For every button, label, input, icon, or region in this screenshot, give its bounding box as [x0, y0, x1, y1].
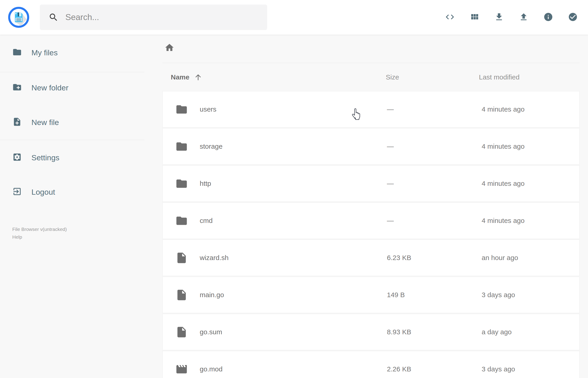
file-size: 2.26 KB — [386, 365, 479, 373]
file-size: 149 B — [386, 291, 479, 299]
sidebar-item-label: New file — [31, 118, 59, 127]
file-icon — [175, 252, 188, 264]
sidebar: My files New folder New file Settings — [0, 35, 144, 378]
file-name: cmd — [200, 217, 213, 225]
home-icon — [164, 49, 174, 53]
sidebar-item-my-files[interactable]: My files — [0, 43, 144, 62]
help-link[interactable]: Help — [12, 233, 22, 241]
file-size: — — [386, 217, 479, 225]
file-row-go-sum[interactable]: go.sum 8.93 KB a day ago — [162, 314, 580, 350]
download-button[interactable] — [490, 5, 508, 30]
folder-icon — [175, 215, 188, 227]
settings-icon — [12, 152, 22, 163]
file-name: http — [200, 180, 211, 188]
sidebar-item-logout[interactable]: Logout — [0, 183, 144, 201]
file-modified: a day ago — [479, 328, 579, 336]
sort-by-name-header[interactable]: Name — [162, 73, 386, 81]
sidebar-item-new-folder[interactable]: New folder — [0, 79, 144, 97]
folder-icon — [175, 103, 188, 116]
file-size: 8.93 KB — [386, 328, 479, 336]
folder-icon — [12, 47, 22, 58]
file-modified: 4 minutes ago — [479, 217, 579, 225]
logout-icon — [12, 187, 22, 197]
file-name: storage — [200, 143, 223, 150]
file-row-storage[interactable]: storage — 4 minutes ago — [162, 128, 580, 165]
movie-icon — [175, 363, 188, 376]
file-name: wizard.sh — [200, 254, 229, 262]
file-row-go-mod[interactable]: go.mod 2.26 KB 3 days ago — [162, 351, 580, 378]
search-box[interactable] — [40, 5, 267, 30]
file-size: — — [386, 143, 479, 150]
top-bar — [0, 0, 588, 35]
search-icon — [49, 12, 58, 22]
file-name: go.mod — [200, 365, 223, 373]
file-row-http[interactable]: http — 4 minutes ago — [162, 165, 580, 202]
upload-icon — [519, 12, 529, 23]
sidebar-item-label: New folder — [31, 83, 68, 92]
search-input[interactable] — [65, 13, 252, 22]
name-column-label: Name — [171, 73, 189, 81]
listing-header: Name Size Last modified — [162, 63, 580, 91]
sort-by-size-header[interactable]: Size — [386, 73, 479, 81]
file-row-cmd[interactable]: cmd — 4 minutes ago — [162, 202, 580, 239]
file-modified: 3 days ago — [479, 365, 579, 373]
new-file-icon — [12, 117, 22, 128]
code-icon — [445, 12, 455, 23]
file-row-users[interactable]: users — 4 minutes ago — [162, 91, 580, 128]
switch-view-button[interactable] — [466, 5, 483, 30]
check-circle-icon — [568, 12, 578, 23]
new-folder-icon — [12, 82, 22, 93]
file-listing-area: Name Size Last modified users — 4 minute… — [144, 35, 588, 378]
download-icon — [494, 12, 504, 23]
sidebar-divider — [0, 72, 144, 72]
version-text: File Browser v(untracked) — [12, 225, 144, 233]
sidebar-item-label: Logout — [31, 188, 55, 197]
sort-by-modified-header[interactable]: Last modified — [479, 73, 580, 81]
file-size: — — [386, 106, 479, 113]
file-modified: 3 days ago — [479, 291, 579, 299]
sidebar-footer: File Browser v(untracked) Help — [0, 225, 144, 241]
upload-button[interactable] — [515, 5, 532, 30]
select-multiple-button[interactable] — [564, 5, 581, 30]
file-size: — — [386, 180, 479, 188]
sidebar-item-label: Settings — [31, 153, 59, 162]
info-icon — [543, 12, 553, 23]
sidebar-item-new-file[interactable]: New file — [0, 113, 144, 131]
sidebar-divider — [0, 140, 144, 140]
file-icon — [175, 326, 188, 338]
sort-ascending-icon — [194, 73, 202, 81]
file-size: 6.23 KB — [386, 254, 479, 262]
folder-icon — [175, 140, 188, 153]
grid-view-icon — [469, 12, 479, 23]
file-name: go.sum — [200, 328, 222, 336]
info-button[interactable] — [539, 5, 557, 30]
file-modified: 4 minutes ago — [479, 180, 579, 188]
file-modified: an hour ago — [479, 254, 579, 262]
header-actions — [441, 5, 581, 30]
file-modified: 4 minutes ago — [479, 106, 579, 113]
breadcrumb-home-button[interactable] — [164, 42, 174, 53]
file-icon — [175, 289, 188, 301]
filebrowser-logo-icon[interactable] — [8, 6, 30, 28]
code-view-button[interactable] — [441, 5, 458, 30]
file-name: main.go — [200, 291, 224, 299]
folder-icon — [175, 177, 188, 190]
file-row-wizard-sh[interactable]: wizard.sh 6.23 KB an hour ago — [162, 240, 580, 276]
file-name: users — [200, 106, 216, 113]
sidebar-item-label: My files — [31, 48, 58, 57]
sidebar-item-settings[interactable]: Settings — [0, 148, 144, 167]
listing-rows: users — 4 minutes ago storage — 4 minute… — [162, 91, 580, 378]
file-modified: 4 minutes ago — [479, 143, 579, 150]
file-row-main-go[interactable]: main.go 149 B 3 days ago — [162, 277, 580, 313]
